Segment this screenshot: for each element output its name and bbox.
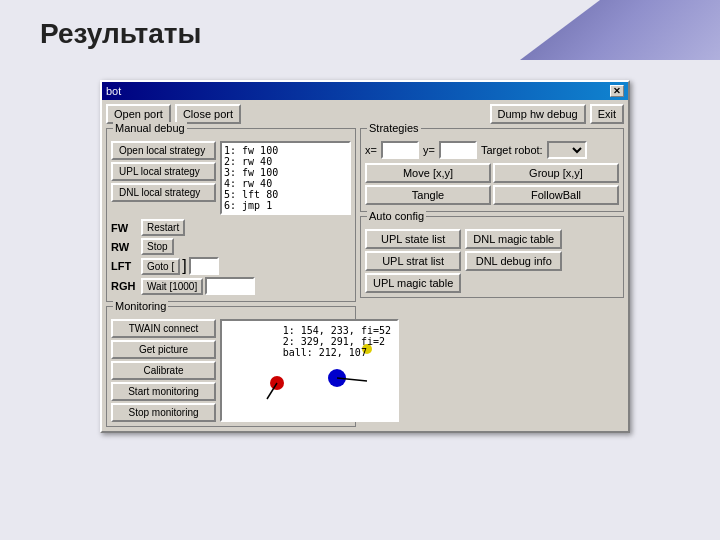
dnl-magic-table-button[interactable]: DNL magic table xyxy=(465,229,562,249)
y-label: y= xyxy=(423,144,435,156)
open-port-button[interactable]: Open port xyxy=(106,104,171,124)
close-port-button[interactable]: Close port xyxy=(175,104,241,124)
get-picture-button[interactable]: Get picture xyxy=(111,340,216,359)
close-icon[interactable]: ✕ xyxy=(610,85,624,97)
left-panel: Manual debug Open local strategy UPL loc… xyxy=(106,128,356,427)
auto-config-right: DNL magic table DNL debug info xyxy=(465,229,562,293)
auto-config-left: UPL state list UPL strat list UPL magic … xyxy=(365,229,461,293)
strategies-buttons: Move [x,y] Group [x,y] Tangle FollowBall xyxy=(365,163,619,205)
stop-monitoring-button[interactable]: Stop monitoring xyxy=(111,403,216,422)
upl-strat-list-button[interactable]: UPL strat list xyxy=(365,251,461,271)
dnl-debug-info-button[interactable]: DNL debug info xyxy=(465,251,562,271)
monitoring-info: 1: 154, 233, fi=52 2: 329, 291, fi=2 bal… xyxy=(279,323,395,360)
start-monitoring-button[interactable]: Start monitoring xyxy=(111,382,216,401)
manual-debug-group: Manual debug Open local strategy UPL loc… xyxy=(106,128,356,302)
text-line-5: 5: lft 80 xyxy=(224,189,347,200)
wait-button[interactable]: Wait [1000] xyxy=(141,278,203,295)
app-window: bot ✕ Open port Close port Dump hw debug… xyxy=(100,80,630,433)
top-bar-left: Open port Close port xyxy=(106,104,241,124)
move-xy-button[interactable]: Move [x,y] xyxy=(365,163,491,183)
monitoring-canvas: 1: 154, 233, fi=52 2: 329, 291, fi=2 bal… xyxy=(220,319,399,422)
manual-debug-buttons: Open local strategy UPL local strategy D… xyxy=(111,141,216,215)
monitoring-content: TWAIN connect Get picture Calibrate Star… xyxy=(111,319,351,422)
calibrate-button[interactable]: Calibrate xyxy=(111,361,216,380)
monitoring-label: Monitoring xyxy=(113,300,168,312)
auto-config-group: Auto config UPL state list UPL strat lis… xyxy=(360,216,624,298)
text-line-1: 1: fw 100 xyxy=(224,145,347,156)
manual-debug-label: Manual debug xyxy=(113,122,187,134)
main-content: Manual debug Open local strategy UPL loc… xyxy=(106,128,624,427)
dnl-local-strategy-button[interactable]: DNL local strategy xyxy=(111,183,216,202)
target-robot-select[interactable] xyxy=(547,141,587,159)
text-line-6: 6: jmp 1 xyxy=(224,200,347,211)
group-xy-button[interactable]: Group [x,y] xyxy=(493,163,619,183)
info-line-2: 2: 329, 291, fi=2 xyxy=(283,336,391,347)
info-line-1: 1: 154, 233, fi=52 xyxy=(283,325,391,336)
twain-connect-button[interactable]: TWAIN connect xyxy=(111,319,216,338)
auto-config-content: UPL state list UPL strat list UPL magic … xyxy=(365,229,619,293)
text-line-4: 4: rw 40 xyxy=(224,178,347,189)
restart-button[interactable]: Restart xyxy=(141,219,185,236)
xy-row: x= y= Target robot: xyxy=(365,141,619,159)
monitoring-group: Monitoring TWAIN connect Get picture Cal… xyxy=(106,306,356,427)
upl-state-list-button[interactable]: UPL state list xyxy=(365,229,461,249)
exit-button[interactable]: Exit xyxy=(590,104,624,124)
text-line-3: 3: fw 100 xyxy=(224,167,347,178)
goto-button[interactable]: Goto [ xyxy=(141,258,180,275)
strategies-group: Strategies x= y= Target robot: Move [x,y… xyxy=(360,128,624,212)
page-title: Результаты xyxy=(40,18,201,50)
tangle-button[interactable]: Tangle xyxy=(365,185,491,205)
goto-suffix: ] xyxy=(182,257,186,275)
strategies-label: Strategies xyxy=(367,122,421,134)
top-bar-right: Dump hw debug Exit xyxy=(490,104,624,124)
y-input[interactable] xyxy=(439,141,477,159)
window-body: Open port Close port Dump hw debug Exit … xyxy=(102,100,628,431)
rw-row: RW Stop xyxy=(111,238,351,255)
upl-local-strategy-button[interactable]: UPL local strategy xyxy=(111,162,216,181)
lft-label: LFT xyxy=(111,260,139,272)
control-rows: FW Restart RW Stop LFT Goto [ ] xyxy=(111,219,351,295)
open-local-strategy-button[interactable]: Open local strategy xyxy=(111,141,216,160)
rw-label: RW xyxy=(111,241,139,253)
window-title: bot xyxy=(106,85,121,97)
x-input[interactable] xyxy=(381,141,419,159)
goto-input[interactable] xyxy=(189,257,219,275)
stop-button[interactable]: Stop xyxy=(141,238,174,255)
lft-row: LFT Goto [ ] xyxy=(111,257,351,275)
manual-debug-content: Open local strategy UPL local strategy D… xyxy=(111,141,351,215)
followball-button[interactable]: FollowBall xyxy=(493,185,619,205)
upl-magic-table-button[interactable]: UPL magic table xyxy=(365,273,461,293)
rgh-row: RGH Wait [1000] xyxy=(111,277,351,295)
rgh-label: RGH xyxy=(111,280,139,292)
window-titlebar: bot ✕ xyxy=(102,82,628,100)
background-decoration xyxy=(520,0,720,60)
dump-hw-debug-button[interactable]: Dump hw debug xyxy=(490,104,586,124)
strategy-text-display: 1: fw 100 2: rw 40 3: fw 100 4: rw 40 5:… xyxy=(220,141,351,215)
info-line-3: ball: 212, 107 xyxy=(283,347,391,358)
auto-config-label: Auto config xyxy=(367,210,426,222)
wait-input[interactable] xyxy=(205,277,255,295)
x-label: x= xyxy=(365,144,377,156)
fw-row: FW Restart xyxy=(111,219,351,236)
text-line-2: 2: rw 40 xyxy=(224,156,347,167)
right-panel: Strategies x= y= Target robot: Move [x,y… xyxy=(360,128,624,427)
top-toolbar: Open port Close port Dump hw debug Exit xyxy=(106,104,624,124)
fw-label: FW xyxy=(111,222,139,234)
monitoring-buttons: TWAIN connect Get picture Calibrate Star… xyxy=(111,319,216,422)
target-robot-label: Target robot: xyxy=(481,144,543,156)
